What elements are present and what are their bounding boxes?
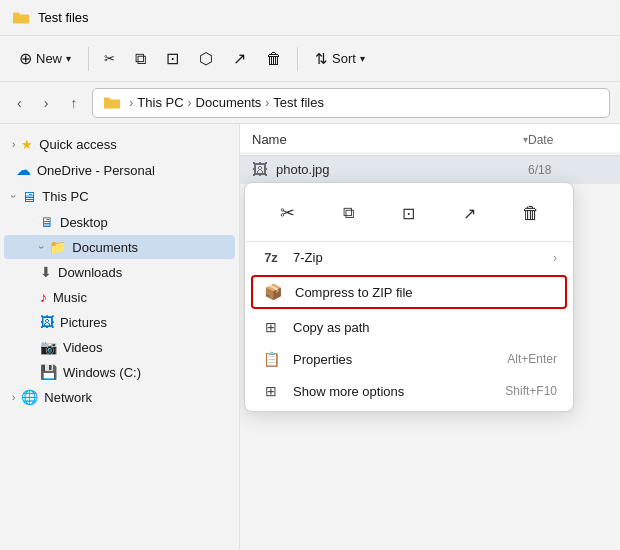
delete-ctx-icon: 🗑 (522, 203, 540, 224)
sidebar-item-music[interactable]: ♪ Music (4, 285, 235, 309)
toolbar-divider-1 (88, 47, 89, 71)
documents-icon: 📁 (49, 239, 66, 255)
sidebar-item-pictures[interactable]: 🖼 Pictures (4, 310, 235, 334)
ctx-properties-item[interactable]: 📋 Properties Alt+Enter (245, 343, 573, 375)
ctx-compress-zip-item[interactable]: 📦 Compress to ZIP file (251, 275, 567, 309)
ctx-7zip-arrow: › (553, 251, 557, 265)
copy-button[interactable]: ⧉ (126, 44, 155, 74)
back-button[interactable]: ‹ (10, 91, 29, 115)
ctx-more-options-shortcut: Shift+F10 (505, 384, 557, 398)
ctx-delete-button[interactable]: 🗑 (511, 196, 551, 233)
videos-icon: 📷 (40, 339, 57, 355)
network-label: Network (44, 390, 92, 405)
videos-label: Videos (63, 340, 103, 355)
music-icon: ♪ (40, 289, 47, 305)
music-label: Music (53, 290, 87, 305)
ctx-compress-zip-label: Compress to ZIP file (295, 285, 555, 300)
windows-c-label: Windows (C:) (63, 365, 141, 380)
share-button[interactable]: ↗ (224, 43, 255, 74)
network-icon: 🌐 (21, 389, 38, 405)
forward-button[interactable]: › (37, 91, 56, 115)
new-button[interactable]: ⊕ New ▾ (8, 43, 82, 74)
this-pc-label: This PC (42, 189, 88, 204)
toolbar: ⊕ New ▾ ✂ ⧉ ⊡ ⬡ ↗ 🗑 ⇅ Sort ▾ (0, 36, 620, 82)
path-segment-testfiles[interactable]: Test files (273, 95, 324, 110)
sidebar-item-network[interactable]: › 🌐 Network (4, 385, 235, 409)
sort-label: Sort (332, 51, 356, 66)
delete-button[interactable]: 🗑 (257, 44, 291, 74)
paste-button[interactable]: ⊡ (157, 43, 188, 74)
ctx-share-button[interactable]: ↗ (450, 197, 490, 232)
sort-button[interactable]: ⇅ Sort ▾ (304, 44, 376, 74)
pictures-icon: 🖼 (40, 314, 54, 330)
sidebar: › ★ Quick access ☁ OneDrive - Personal ›… (0, 124, 240, 550)
onedrive-icon: ☁ (16, 161, 31, 179)
this-pc-icon: 🖥 (21, 188, 36, 205)
star-icon: ★ (21, 137, 33, 152)
more-options-icon: ⊞ (261, 383, 281, 399)
ctx-more-options-label: Show more options (293, 384, 493, 399)
desktop-icon: 🖥 (40, 214, 54, 230)
quick-access-label: Quick access (39, 137, 116, 152)
path-sep-2: › (265, 96, 269, 110)
main-content: › ★ Quick access ☁ OneDrive - Personal ›… (0, 124, 620, 550)
file-list: Name ▾ Date 🖼 photo.jpg 6/18 ✂ ⧉ (240, 124, 620, 550)
desktop-label: Desktop (60, 215, 108, 230)
downloads-label: Downloads (58, 265, 122, 280)
sort-icon: ⇅ (315, 50, 328, 68)
title-bar: Test files (0, 0, 620, 36)
sidebar-item-this-pc[interactable]: › 🖥 This PC (4, 184, 235, 209)
sevenzip-icon: 7z (261, 250, 281, 265)
title-text: Test files (38, 10, 89, 25)
sidebar-item-onedrive[interactable]: ☁ OneDrive - Personal (4, 157, 235, 183)
context-menu-overlay: ✂ ⧉ ⊡ ↗ 🗑 7z (240, 152, 620, 550)
ctx-more-options-item[interactable]: ⊞ Show more options Shift+F10 (245, 375, 573, 407)
context-menu-icon-row: ✂ ⧉ ⊡ ↗ 🗑 (245, 187, 573, 242)
col-header-name[interactable]: Name (252, 132, 519, 147)
cut-button[interactable]: ✂ (95, 45, 124, 72)
pictures-label: Pictures (60, 315, 107, 330)
zip-icon: 📦 (263, 283, 283, 301)
paste-icon: ⊡ (402, 204, 415, 223)
this-pc-chevron: › (8, 195, 19, 198)
downloads-icon: ⬇ (40, 264, 52, 280)
up-button[interactable]: ↑ (63, 91, 84, 115)
ctx-copy-path-item[interactable]: ⊞ Copy as path (245, 311, 573, 343)
address-path[interactable]: › This PC › Documents › Test files (92, 88, 610, 118)
path-folder-icon (103, 94, 121, 112)
ctx-copy-button[interactable]: ⧉ (328, 197, 368, 231)
new-chevron-icon: ▾ (66, 53, 71, 64)
title-folder-icon (12, 9, 30, 27)
ctx-properties-label: Properties (293, 352, 495, 367)
quick-access-chevron: › (12, 139, 15, 150)
path-sep-0: › (129, 96, 133, 110)
sidebar-item-videos[interactable]: 📷 Videos (4, 335, 235, 359)
ctx-copy-path-label: Copy as path (293, 320, 557, 335)
sidebar-item-documents[interactable]: › 📁 Documents (4, 235, 235, 259)
path-sep-1: › (188, 96, 192, 110)
network-chevron: › (12, 392, 15, 403)
onedrive-label: OneDrive - Personal (37, 163, 155, 178)
cut-icon: ✂ (280, 202, 295, 224)
ctx-paste-button[interactable]: ⊡ (389, 197, 429, 232)
path-segment-documents[interactable]: Documents (196, 95, 262, 110)
properties-icon: 📋 (261, 351, 281, 367)
sidebar-item-windows-c[interactable]: 💾 Windows (C:) (4, 360, 235, 384)
toolbar-divider-2 (297, 47, 298, 71)
rename-button[interactable]: ⬡ (190, 43, 222, 74)
ctx-7zip-item[interactable]: 7z 7-Zip › (245, 242, 573, 273)
new-plus-icon: ⊕ (19, 49, 32, 68)
sidebar-item-quick-access[interactable]: › ★ Quick access (4, 133, 235, 156)
ctx-7zip-label: 7-Zip (293, 250, 541, 265)
documents-label: Documents (72, 240, 138, 255)
ctx-cut-button[interactable]: ✂ (267, 195, 307, 233)
sidebar-item-desktop[interactable]: 🖥 Desktop (4, 210, 235, 234)
col-header-date: Date (528, 133, 608, 147)
address-bar: ‹ › ↑ › This PC › Documents › Test files (0, 82, 620, 124)
copy-icon: ⧉ (343, 204, 354, 222)
new-label: New (36, 51, 62, 66)
path-segment-thispc[interactable]: This PC (137, 95, 183, 110)
sidebar-item-downloads[interactable]: ⬇ Downloads (4, 260, 235, 284)
documents-expand-chevron: › (36, 245, 47, 248)
drive-icon: 💾 (40, 364, 57, 380)
